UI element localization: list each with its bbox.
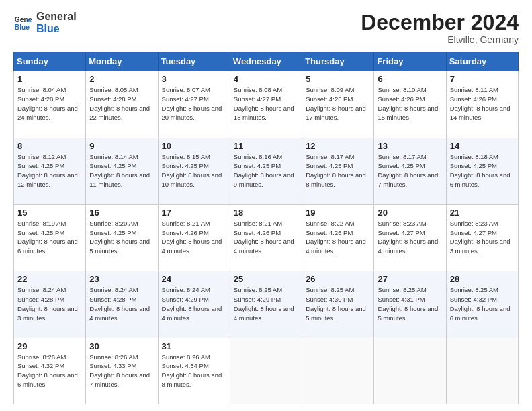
day-number: 6 xyxy=(378,74,443,84)
day-number: 19 xyxy=(306,208,371,218)
table-row: 5 Sunrise: 8:09 AMSunset: 4:26 PMDayligh… xyxy=(302,71,374,138)
day-info: Sunrise: 8:21 AMSunset: 4:26 PMDaylight:… xyxy=(234,220,294,255)
day-number: 30 xyxy=(89,341,154,351)
month-title: December 2024 xyxy=(361,11,519,34)
col-wednesday: Wednesday xyxy=(230,52,302,71)
col-monday: Monday xyxy=(86,52,158,71)
table-row: 7 Sunrise: 8:11 AMSunset: 4:26 PMDayligh… xyxy=(446,71,518,138)
day-info: Sunrise: 8:09 AMSunset: 4:26 PMDaylight:… xyxy=(306,86,366,121)
day-info: Sunrise: 8:24 AMSunset: 4:29 PMDaylight:… xyxy=(162,286,222,321)
table-row: 27 Sunrise: 8:25 AMSunset: 4:31 PMDaylig… xyxy=(374,271,446,338)
col-tuesday: Tuesday xyxy=(158,52,230,71)
day-info: Sunrise: 8:26 AMSunset: 4:32 PMDaylight:… xyxy=(17,353,78,388)
day-number: 2 xyxy=(89,74,154,84)
logo-line2: Blue xyxy=(36,23,77,35)
day-number: 8 xyxy=(17,141,83,151)
table-row: 14 Sunrise: 8:18 AMSunset: 4:25 PMDaylig… xyxy=(446,138,518,204)
table-row: 30 Sunrise: 8:26 AMSunset: 4:33 PMDaylig… xyxy=(86,338,158,404)
day-info: Sunrise: 8:15 AMSunset: 4:25 PMDaylight:… xyxy=(162,153,222,188)
col-thursday: Thursday xyxy=(302,52,374,71)
logo-icon: General Blue xyxy=(13,13,32,32)
location: Eltville, Germany xyxy=(361,34,519,45)
day-info: Sunrise: 8:24 AMSunset: 4:28 PMDaylight:… xyxy=(17,286,78,321)
day-info: Sunrise: 8:25 AMSunset: 4:31 PMDaylight:… xyxy=(378,286,438,321)
table-row: 19 Sunrise: 8:22 AMSunset: 4:26 PMDaylig… xyxy=(302,204,374,271)
day-number: 18 xyxy=(234,208,299,218)
table-row: 16 Sunrise: 8:20 AMSunset: 4:25 PMDaylig… xyxy=(86,204,158,271)
day-number: 25 xyxy=(234,274,299,284)
day-info: Sunrise: 8:23 AMSunset: 4:27 PMDaylight:… xyxy=(450,220,511,255)
table-row xyxy=(374,338,446,404)
page: General Blue General Blue December 2024 … xyxy=(0,0,532,411)
table-row: 21 Sunrise: 8:23 AMSunset: 4:27 PMDaylig… xyxy=(446,204,518,271)
table-row: 29 Sunrise: 8:26 AMSunset: 4:32 PMDaylig… xyxy=(14,338,86,404)
day-number: 22 xyxy=(17,274,83,284)
day-info: Sunrise: 8:07 AMSunset: 4:27 PMDaylight:… xyxy=(162,86,222,121)
title-block: December 2024 Eltville, Germany xyxy=(361,11,519,45)
day-number: 12 xyxy=(306,141,371,151)
day-info: Sunrise: 8:17 AMSunset: 4:25 PMDaylight:… xyxy=(378,153,438,188)
calendar: Sunday Monday Tuesday Wednesday Thursday… xyxy=(13,52,519,404)
day-info: Sunrise: 8:21 AMSunset: 4:26 PMDaylight:… xyxy=(162,220,222,255)
day-number: 7 xyxy=(450,74,515,84)
day-number: 13 xyxy=(378,141,443,151)
day-info: Sunrise: 8:20 AMSunset: 4:25 PMDaylight:… xyxy=(89,220,150,255)
day-number: 1 xyxy=(17,74,83,84)
day-info: Sunrise: 8:25 AMSunset: 4:30 PMDaylight:… xyxy=(306,286,366,321)
table-row: 20 Sunrise: 8:23 AMSunset: 4:27 PMDaylig… xyxy=(374,204,446,271)
table-row: 8 Sunrise: 8:12 AMSunset: 4:25 PMDayligh… xyxy=(14,138,86,204)
table-row xyxy=(302,338,374,404)
svg-text:Blue: Blue xyxy=(15,24,30,31)
table-row: 22 Sunrise: 8:24 AMSunset: 4:28 PMDaylig… xyxy=(14,271,86,338)
day-info: Sunrise: 8:17 AMSunset: 4:25 PMDaylight:… xyxy=(306,153,366,188)
day-number: 15 xyxy=(17,208,83,218)
day-info: Sunrise: 8:16 AMSunset: 4:25 PMDaylight:… xyxy=(234,153,294,188)
col-sunday: Sunday xyxy=(14,52,86,71)
day-info: Sunrise: 8:26 AMSunset: 4:33 PMDaylight:… xyxy=(89,353,150,388)
day-info: Sunrise: 8:23 AMSunset: 4:27 PMDaylight:… xyxy=(378,220,438,255)
table-row: 3 Sunrise: 8:07 AMSunset: 4:27 PMDayligh… xyxy=(158,71,230,138)
day-info: Sunrise: 8:22 AMSunset: 4:26 PMDaylight:… xyxy=(306,220,366,255)
header-row: Sunday Monday Tuesday Wednesday Thursday… xyxy=(14,52,519,71)
day-number: 14 xyxy=(450,141,515,151)
table-row: 28 Sunrise: 8:25 AMSunset: 4:32 PMDaylig… xyxy=(446,271,518,338)
day-number: 23 xyxy=(89,274,154,284)
table-row: 23 Sunrise: 8:24 AMSunset: 4:28 PMDaylig… xyxy=(86,271,158,338)
table-row: 10 Sunrise: 8:15 AMSunset: 4:25 PMDaylig… xyxy=(158,138,230,204)
table-row: 25 Sunrise: 8:25 AMSunset: 4:29 PMDaylig… xyxy=(230,271,302,338)
logo-line1: General xyxy=(36,11,77,23)
day-number: 3 xyxy=(162,74,227,84)
day-info: Sunrise: 8:05 AMSunset: 4:28 PMDaylight:… xyxy=(89,86,150,121)
day-info: Sunrise: 8:12 AMSunset: 4:25 PMDaylight:… xyxy=(17,153,78,188)
table-row: 9 Sunrise: 8:14 AMSunset: 4:25 PMDayligh… xyxy=(86,138,158,204)
day-info: Sunrise: 8:10 AMSunset: 4:26 PMDaylight:… xyxy=(378,86,438,121)
day-info: Sunrise: 8:26 AMSunset: 4:34 PMDaylight:… xyxy=(162,353,222,388)
table-row: 2 Sunrise: 8:05 AMSunset: 4:28 PMDayligh… xyxy=(86,71,158,138)
table-row: 13 Sunrise: 8:17 AMSunset: 4:25 PMDaylig… xyxy=(374,138,446,204)
day-number: 16 xyxy=(89,208,154,218)
day-info: Sunrise: 8:11 AMSunset: 4:26 PMDaylight:… xyxy=(450,86,511,121)
table-row: 17 Sunrise: 8:21 AMSunset: 4:26 PMDaylig… xyxy=(158,204,230,271)
day-number: 4 xyxy=(234,74,299,84)
table-row xyxy=(230,338,302,404)
day-number: 21 xyxy=(450,208,515,218)
day-number: 27 xyxy=(378,274,443,284)
day-info: Sunrise: 8:08 AMSunset: 4:27 PMDaylight:… xyxy=(234,86,294,121)
table-row: 24 Sunrise: 8:24 AMSunset: 4:29 PMDaylig… xyxy=(158,271,230,338)
day-number: 28 xyxy=(450,274,515,284)
day-number: 17 xyxy=(162,208,227,218)
table-row: 6 Sunrise: 8:10 AMSunset: 4:26 PMDayligh… xyxy=(374,71,446,138)
day-info: Sunrise: 8:14 AMSunset: 4:25 PMDaylight:… xyxy=(89,153,150,188)
logo: General Blue General Blue xyxy=(13,11,77,34)
day-number: 31 xyxy=(162,341,227,351)
day-number: 26 xyxy=(306,274,371,284)
day-info: Sunrise: 8:25 AMSunset: 4:32 PMDaylight:… xyxy=(450,286,511,321)
table-row: 31 Sunrise: 8:26 AMSunset: 4:34 PMDaylig… xyxy=(158,338,230,404)
day-info: Sunrise: 8:19 AMSunset: 4:25 PMDaylight:… xyxy=(17,220,78,255)
day-info: Sunrise: 8:04 AMSunset: 4:28 PMDaylight:… xyxy=(17,86,78,121)
col-friday: Friday xyxy=(374,52,446,71)
day-info: Sunrise: 8:18 AMSunset: 4:25 PMDaylight:… xyxy=(450,153,511,188)
table-row: 12 Sunrise: 8:17 AMSunset: 4:25 PMDaylig… xyxy=(302,138,374,204)
day-number: 5 xyxy=(306,74,371,84)
day-number: 10 xyxy=(162,141,227,151)
